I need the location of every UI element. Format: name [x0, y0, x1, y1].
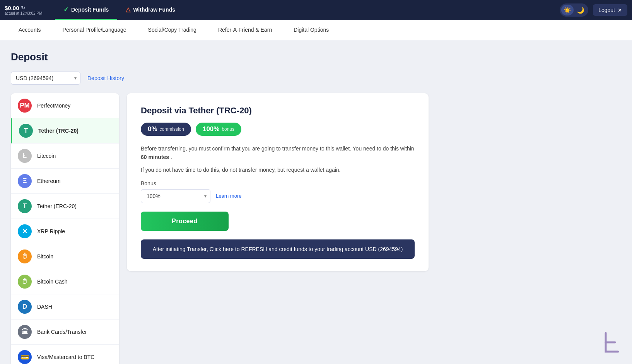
- account-select[interactable]: USD (2694594): [11, 72, 80, 85]
- theme-light-button[interactable]: ☀️: [561, 5, 574, 15]
- payment-item-litecoin[interactable]: Ł Litecoin: [11, 144, 119, 169]
- withdraw-fire-icon: △: [126, 6, 130, 13]
- badge-row: 0% commission 100% bonus: [141, 123, 415, 136]
- nav-accounts[interactable]: Accounts: [8, 20, 52, 40]
- payment-methods-list: PM PerfectMoney T Tether (TRC-20) Ł Lite…: [11, 93, 119, 364]
- tether-erc20-icon: T: [18, 199, 32, 213]
- payment-item-bitcoin[interactable]: ₿ Bitcoin: [11, 244, 119, 269]
- nav-profile[interactable]: Personal Profile/Language: [52, 20, 137, 40]
- payment-item-visa[interactable]: 💳 Visa/Mastercard to BTC: [11, 345, 119, 364]
- payment-item-bank[interactable]: 🏛 Bank Cards/Transfer: [11, 320, 119, 345]
- bonus-select[interactable]: 100% 50% 0%: [141, 189, 210, 203]
- commission-label: commission: [160, 126, 184, 132]
- page-title: Deposit: [11, 51, 621, 63]
- refresh-banner[interactable]: After initiating Transfer, Click here to…: [141, 239, 415, 259]
- close-icon: ✕: [618, 7, 622, 13]
- nav-digital[interactable]: Digital Options: [283, 20, 340, 40]
- bank-icon: 🏛: [18, 325, 32, 339]
- balance-amount: $0.00: [5, 5, 19, 11]
- content-row: PM PerfectMoney T Tether (TRC-20) Ł Lite…: [11, 93, 621, 364]
- dash-icon: D: [18, 300, 32, 314]
- commission-badge: 0% commission: [141, 123, 191, 136]
- theme-toggle[interactable]: ☀️ 🌙: [560, 3, 588, 17]
- topbar: $0.00 ↻ actual at 12:43:02 PM ✓ Deposit …: [0, 0, 632, 20]
- tether-trc20-icon: T: [19, 124, 33, 138]
- deposit-history-link[interactable]: Deposit History: [87, 75, 124, 81]
- info-text-2: If you do not have time to do this, do n…: [141, 166, 415, 174]
- nav-refer[interactable]: Refer-A-Friend & Earn: [207, 20, 283, 40]
- payment-item-dash[interactable]: D DASH: [11, 294, 119, 320]
- litecoin-icon: Ł: [18, 149, 32, 163]
- bonus-label-badge: bonus: [222, 126, 234, 132]
- payment-item-tether-erc20[interactable]: T Tether (ERC-20): [11, 194, 119, 219]
- bonus-badge: 100% bonus: [196, 123, 241, 136]
- bonus-select-wrapper[interactable]: 100% 50% 0% ▾: [141, 189, 210, 203]
- bitcoin-cash-icon: ₿: [18, 275, 32, 289]
- balance-time: actual at 12:43:02 PM: [5, 11, 42, 15]
- payment-item-tether-trc20[interactable]: T Tether (TRC-20): [11, 118, 119, 144]
- bonus-field-label: Bonus: [141, 180, 415, 186]
- commission-pct: 0%: [148, 125, 157, 133]
- payment-item-perfectmoney[interactable]: PM PerfectMoney: [11, 93, 119, 118]
- payment-item-xrp[interactable]: ✕ XRP Ripple: [11, 219, 119, 244]
- tab-deposit[interactable]: ✓ Deposit Funds: [55, 0, 117, 20]
- deposit-check-icon: ✓: [63, 6, 68, 13]
- payment-item-bitcoin-cash[interactable]: ₿ Bitcoin Cash: [11, 269, 119, 294]
- toolbar: USD (2694594) ▾ Deposit History: [11, 72, 621, 85]
- payment-item-ethereum[interactable]: Ξ Ethereum: [11, 169, 119, 194]
- main-navbar: Accounts Personal Profile/Language Socia…: [0, 20, 632, 40]
- refresh-icon[interactable]: ↻: [21, 5, 25, 11]
- ethereum-icon: Ξ: [18, 174, 32, 188]
- theme-dark-button[interactable]: 🌙: [574, 5, 587, 15]
- main-content: Deposit USD (2694594) ▾ Deposit History …: [0, 40, 632, 364]
- visa-icon: 💳: [18, 350, 32, 364]
- deposit-panel: Deposit via Tether (TRC-20) 0% commissio…: [127, 93, 429, 271]
- tab-withdraw[interactable]: △ Withdraw Funds: [117, 0, 184, 20]
- deposit-panel-title: Deposit via Tether (TRC-20): [141, 106, 415, 116]
- nav-social[interactable]: Social/Copy Trading: [137, 20, 207, 40]
- bitcoin-icon: ₿: [18, 250, 32, 263]
- account-select-wrapper[interactable]: USD (2694594) ▾: [11, 72, 80, 85]
- perfectmoney-icon: PM: [18, 99, 32, 113]
- bonus-row: 100% 50% 0% ▾ Learn more: [141, 189, 415, 203]
- logout-button[interactable]: Logout ✕: [593, 4, 627, 16]
- proceed-button[interactable]: Proceed: [141, 212, 229, 231]
- bonus-pct: 100%: [203, 125, 219, 133]
- xrp-icon: ✕: [18, 224, 32, 238]
- balance-display: $0.00 ↻ actual at 12:43:02 PM: [5, 5, 55, 15]
- learn-more-link[interactable]: Learn more: [216, 193, 241, 199]
- info-text-1: Before transferring, you must confirm th…: [141, 144, 415, 162]
